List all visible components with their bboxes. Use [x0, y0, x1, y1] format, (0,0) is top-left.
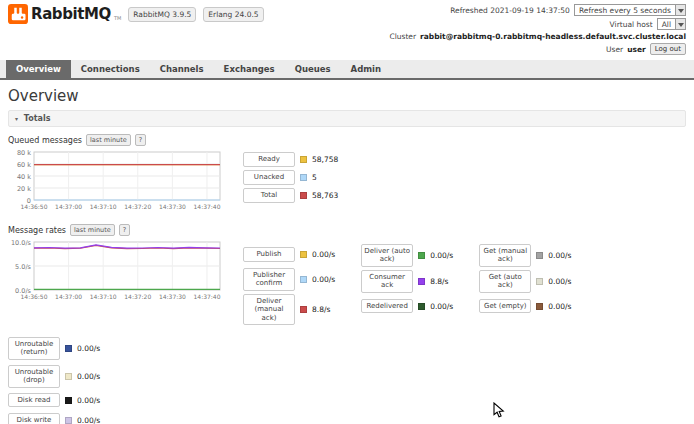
queued-legend: Ready 58,758 Unacked 5 Total 58,763 [243, 152, 338, 203]
legend-color-swatch [418, 303, 425, 310]
brand-area: RabbitMQ TM RabbitMQ 3.9.5 Erlang 24.0.5 [8, 4, 264, 57]
svg-text:14:36:50: 14:36:50 [21, 293, 48, 300]
trademark-label: TM [114, 15, 121, 21]
refresh-interval-select[interactable]: Refresh every 5 seconds [574, 4, 686, 16]
legend-color-swatch [300, 251, 307, 258]
totals-section-header[interactable]: ▾ Totals [8, 110, 686, 127]
legend-label: Get (empty) [479, 299, 531, 313]
svg-text:40 k: 40 k [17, 173, 31, 181]
cluster-row: Cluster rabbit@rabbitmq-0.rabbitmq-headl… [389, 32, 686, 41]
legend-value: 0.00/s [312, 275, 335, 284]
legend-label: Unacked [243, 170, 295, 184]
legend-label: Ready [243, 152, 295, 166]
erlang-version-badge: Erlang 24.0.5 [203, 7, 263, 22]
legend-label: Deliver (manual ack) [243, 294, 295, 325]
svg-text:14:37:00: 14:37:00 [55, 203, 82, 210]
legend-value: 0.00/s [312, 250, 335, 259]
user-name: user [627, 45, 646, 54]
legend-row-get-empty: Get (empty) 0.00/s [479, 296, 571, 317]
collapse-triangle-icon: ▾ [15, 115, 18, 122]
rates-extra-legend: Unroutable (return) 0.00/s Unroutable (d… [8, 337, 686, 424]
rabbitmq-logo-icon [8, 4, 28, 24]
legend-color-swatch [300, 174, 307, 181]
session-status-area: Refreshed 2021-09-19 14:37:50 Refresh ev… [389, 4, 686, 57]
legend-row-publisher-confirm: Publisher confirm 0.00/s [243, 268, 335, 291]
main-content: Overview ▾ Totals Queued messages last m… [0, 80, 694, 424]
svg-text:14:37:10: 14:37:10 [90, 203, 117, 210]
legend-color-swatch [300, 276, 307, 283]
legend-label: Get (manual ack) [479, 244, 531, 267]
rabbitmq-logo[interactable]: RabbitMQ TM [8, 4, 121, 24]
queued-range-button[interactable]: last minute [86, 134, 131, 146]
cluster-label: Cluster [389, 32, 416, 41]
user-label: User [606, 45, 623, 54]
virtual-host-value: All [658, 19, 675, 29]
legend-row-total: Total 58,763 [243, 188, 338, 203]
legend-value: 8.8/s [430, 277, 448, 286]
top-header: RabbitMQ TM RabbitMQ 3.9.5 Erlang 24.0.5… [0, 0, 694, 59]
legend-value: 0.00/s [430, 302, 453, 311]
svg-text:14:37:30: 14:37:30 [159, 203, 186, 210]
queued-messages-chart: 80 k60 k40 k20 k014:36:5014:37:0014:37:1… [8, 150, 223, 214]
legend-label: Publish [243, 247, 295, 261]
svg-text:14:37:30: 14:37:30 [159, 293, 186, 300]
tab-channels[interactable]: Channels [150, 60, 214, 78]
legend-label: Disk read [8, 393, 60, 407]
legend-value: 0.00/s [548, 277, 571, 286]
legend-color-swatch [300, 192, 307, 199]
logout-button[interactable]: Log out [650, 43, 686, 55]
legend-row-disk-read: Disk read 0.00/s [8, 393, 686, 408]
legend-row-unroutable-drop: Unroutable (drop) 0.00/s [8, 365, 686, 388]
page-title: Overview [8, 87, 686, 105]
svg-text:14:37:40: 14:37:40 [194, 293, 221, 300]
svg-text:10.0/s: 10.0/s [11, 240, 32, 247]
legend-label: Publisher confirm [243, 268, 295, 291]
refreshed-timestamp: Refreshed 2021-09-19 14:37:50 [450, 6, 570, 15]
svg-text:14:37:00: 14:37:00 [55, 293, 82, 300]
virtual-host-select[interactable]: All [657, 18, 686, 30]
legend-color-swatch [65, 397, 72, 404]
legend-row-redelivered: Redelivered 0.00/s [361, 296, 453, 317]
tab-exchanges[interactable]: Exchanges [214, 60, 285, 78]
legend-color-swatch [536, 303, 543, 310]
tab-admin[interactable]: Admin [341, 60, 392, 78]
legend-row-get-manual-ack: Get (manual ack) 0.00/s [479, 244, 571, 267]
legend-color-swatch [65, 373, 72, 380]
cluster-name: rabbit@rabbitmq-0.rabbitmq-headless.defa… [420, 32, 686, 41]
tab-connections[interactable]: Connections [71, 60, 150, 78]
legend-row-get-auto-ack: Get (auto ack) 0.00/s [479, 270, 571, 293]
rates-range-button[interactable]: last minute [70, 224, 115, 236]
legend-label: Disk write [8, 413, 60, 424]
legend-value: 0.00/s [548, 302, 571, 311]
refresh-row: Refreshed 2021-09-19 14:37:50 Refresh ev… [389, 4, 686, 16]
rates-help-button[interactable]: ? [119, 224, 130, 236]
legend-color-swatch [300, 156, 307, 163]
legend-value: 0.00/s [430, 251, 453, 260]
legend-value: 58,758 [312, 155, 338, 164]
message-rates-chart: 10.0/s5.0/s0.0/s14:36:5014:37:0014:37:10… [8, 240, 223, 304]
legend-color-swatch [536, 252, 543, 259]
legend-value: 0.00/s [548, 251, 571, 260]
legend-color-swatch [418, 252, 425, 259]
message-rates-row: 10.0/s5.0/s0.0/s14:36:5014:37:0014:37:10… [8, 240, 686, 325]
user-row: User user Log out [389, 43, 686, 55]
legend-row-consumer-ack: Consumer ack 8.8/s [361, 270, 453, 293]
queued-help-button[interactable]: ? [135, 134, 146, 146]
svg-text:60 k: 60 k [17, 161, 31, 169]
legend-row-deliver-auto-ack: Deliver (auto ack) 0.00/s [361, 244, 453, 267]
chevron-down-icon [675, 19, 685, 29]
tab-queues[interactable]: Queues [285, 60, 341, 78]
legend-value: 5 [312, 173, 317, 182]
queued-messages-row: 80 k60 k40 k20 k014:36:5014:37:0014:37:1… [8, 150, 686, 214]
legend-row-publish: Publish 0.00/s [243, 244, 335, 265]
brand-name: RabbitMQ [31, 4, 111, 24]
legend-label: Total [243, 188, 295, 202]
legend-label: Unroutable (drop) [8, 365, 60, 388]
legend-value: 8.8/s [312, 305, 330, 314]
legend-row-disk-write: Disk write 0.00/s [8, 413, 686, 424]
refresh-interval-value: Refresh every 5 seconds [575, 5, 675, 15]
virtual-host-row: Virtual host All [389, 18, 686, 30]
tab-overview[interactable]: Overview [6, 60, 71, 78]
legend-color-swatch [300, 306, 307, 313]
queued-messages-header: Queued messages last minute ? [8, 134, 686, 146]
